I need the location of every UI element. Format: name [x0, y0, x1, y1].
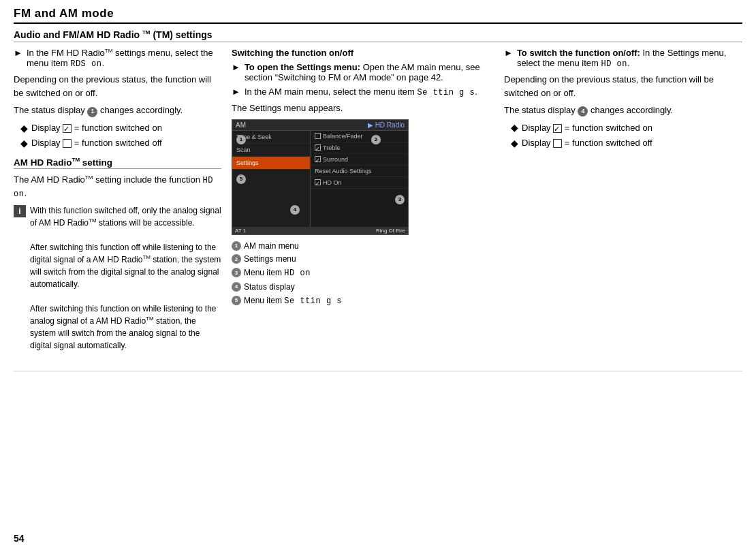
radio-right-panel: Balance/Fader Treble Surround	[311, 131, 408, 227]
radio-body: Tune & Seek Scan Settings	[232, 131, 408, 227]
arrow-bullet-mid-2: ►	[232, 87, 240, 97]
caption-badge-5: 5	[232, 296, 241, 305]
status-circle-1: 1	[87, 107, 97, 117]
radio-right-surround: Surround	[311, 154, 408, 166]
checkbox-checked-1	[63, 124, 72, 133]
radio-header-right: ▶ HD Radio	[368, 121, 405, 129]
status-circle-4: 4	[578, 106, 588, 117]
bullet-item-2: ◆ Display = function switched off	[20, 136, 221, 150]
tm-sup-sub: TM	[72, 157, 80, 163]
col-left-bullet-list: ◆ Display = function switched on ◆ Displ…	[20, 121, 221, 150]
page-number: 54	[14, 533, 25, 544]
col-left-arrow-text-1: In the FM HD RadioTM settings menu, sele…	[27, 48, 221, 69]
arrow-bullet-right-1: ►	[504, 48, 513, 58]
col-right-para-2: The status display 4 changes accordingly…	[504, 104, 742, 117]
col-left-para-2: The status display 1 changes accordingly…	[14, 104, 221, 117]
caption-text-4: Status display	[244, 281, 295, 293]
tm-sup-sub2: TM	[85, 174, 93, 181]
caption-badge-3: 3	[232, 268, 241, 277]
status-right: Ring Of Fire	[376, 228, 405, 234]
tm-sup-1: TM	[105, 48, 113, 54]
arrow-bullet-1: ►	[14, 48, 22, 58]
tm-sup-info3: TM	[146, 316, 154, 322]
diamond-bullet-right-2: ◆	[511, 138, 518, 148]
check-surround	[315, 156, 321, 162]
hd-on-mono-right: HD on	[601, 59, 627, 69]
rds-on-mono: RDS on	[70, 59, 101, 69]
col-right-arrow-1: ► To switch the function on/off: In the …	[504, 48, 742, 69]
checkbox-empty-right	[553, 139, 562, 148]
bottom-bar	[14, 371, 742, 371]
caption-mono-3: HD on	[284, 268, 311, 278]
col-right-bullet-text-1: Display = function switched on	[522, 121, 652, 135]
scan-label: Scan	[236, 147, 251, 153]
three-col-layout: ► In the FM HD RadioTM settings menu, se…	[14, 48, 742, 357]
hdon-label: HD On	[323, 179, 342, 186]
info-text: With this function switched off, only th…	[30, 204, 221, 352]
arrow-bullet-mid-1: ►	[232, 62, 240, 72]
tm-sup-heading: TM	[142, 29, 151, 35]
check-treble	[315, 144, 321, 151]
overlay-badge-2: 2	[371, 135, 381, 144]
bullet-1-text: Display = function switched on	[31, 121, 162, 135]
to-switch-bold: To switch the function on/off:	[517, 48, 640, 58]
col-right: ► To switch the function on/off: In the …	[504, 48, 742, 155]
caption-item-4: 4 Status display	[232, 281, 494, 293]
caption-text-2: Settings menu	[244, 253, 296, 265]
caption-list: 1 AM main menu 2 Settings menu 3 Menu it…	[232, 241, 494, 307]
status-left: AT 1	[235, 228, 246, 234]
tm-sup-info1: TM	[89, 217, 97, 224]
overlay-badge-5: 5	[236, 174, 246, 184]
caption-badge-2: 2	[232, 254, 241, 264]
caption-item-2: 2 Settings menu	[232, 253, 494, 265]
page-title: FM and AM mode	[14, 7, 742, 24]
caption-text-1: AM main menu	[244, 241, 299, 252]
section-heading: Audio and FM/AM HD Radio TM (TM) setting…	[14, 29, 742, 42]
caption-item-1: 1 AM main menu	[232, 241, 494, 252]
radio-header-left: AM	[236, 121, 246, 129]
treble-label: Treble	[323, 144, 340, 151]
subsection-heading: AM HD RadioTM setting	[14, 157, 221, 170]
checkbox-checked-right	[553, 124, 562, 133]
caption-item-3: 3 Menu item HD on	[232, 267, 494, 279]
caption-badge-1: 1	[232, 241, 241, 251]
checkbox-empty-1	[63, 139, 72, 148]
col-right-para-1: Depending on the previous status, the fu…	[504, 73, 742, 99]
col-left: ► In the FM HD RadioTM settings menu, se…	[14, 48, 232, 357]
check-balance	[315, 133, 321, 139]
section-heading-text: Audio and FM/AM HD Radio TM (TM) setting…	[14, 29, 212, 40]
overlay-badge-1: 1	[236, 135, 246, 144]
radio-right-reset: Reset Audio Settings	[311, 166, 408, 177]
balance-label: Balance/Fader	[323, 133, 363, 140]
radio-right-balance: Balance/Fader	[311, 131, 408, 142]
overlay-badge-3: 3	[395, 195, 405, 204]
bullet-2-text: Display = function switched off	[31, 136, 162, 150]
radio-item-settings: Settings	[232, 157, 310, 170]
diamond-bullet-right-1: ◆	[511, 123, 518, 132]
hd-on-mono-sub: HD on	[14, 176, 213, 199]
col-mid-arrow-1: ► To open the Settings menu: Open the AM…	[232, 62, 494, 82]
info-box: i With this function switched off, only …	[14, 204, 221, 352]
col-mid-arrow-text-1: To open the Settings menu: Open the AM m…	[245, 62, 494, 82]
reset-label: Reset Audio Settings	[315, 168, 372, 174]
info-icon: i	[14, 205, 26, 217]
col-right-bullet-2: ◆ Display = function switched off	[511, 136, 742, 150]
page-container: FM and AM mode Audio and FM/AM HD Radio …	[0, 0, 756, 554]
col-right-bullet-1: ◆ Display = function switched on	[511, 121, 742, 135]
caption-mono-5: Se ttin g s	[284, 296, 342, 306]
arrow-bold-1: To open the Settings menu:	[245, 62, 360, 72]
radio-right-hdon: HD On	[311, 177, 408, 189]
radio-right-treble: Treble	[311, 142, 408, 154]
settings-mono: Se ttin g s	[418, 88, 475, 97]
subsection-para: The AM HD RadioTM setting include the fu…	[14, 173, 221, 200]
caption-item-5: 5 Menu item Se ttin g s	[232, 295, 494, 307]
col-right-arrow-text-1: To switch the function on/off: In the Se…	[517, 48, 742, 69]
screenshot-inner: AM ▶ HD Radio Tune & Seek Scan	[232, 120, 408, 234]
check-hdon	[315, 179, 321, 185]
surround-label: Surround	[323, 156, 348, 163]
screenshot-area: AM ▶ HD Radio Tune & Seek Scan	[232, 119, 409, 235]
col-middle: Switching the function on/off ► To open …	[232, 48, 504, 309]
col-right-bullet-text-2: Display = function switched off	[522, 136, 652, 150]
overlay-badge-4: 4	[290, 205, 300, 215]
caption-text-3: Menu item HD on	[244, 267, 311, 279]
